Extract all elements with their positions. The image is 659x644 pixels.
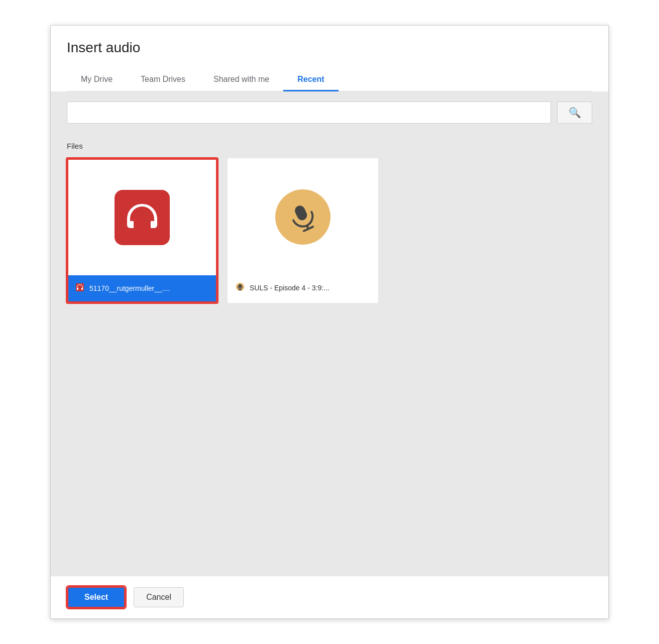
select-button[interactable]: Select — [67, 586, 126, 608]
tabs-bar: My Drive Team Drives Shared with me Rece… — [67, 68, 592, 91]
file-info-1: 51170__rutgermuller__.... — [68, 275, 216, 301]
cancel-button[interactable]: Cancel — [134, 587, 184, 607]
search-button[interactable]: 🔍 — [557, 101, 592, 124]
files-label: Files — [67, 142, 592, 150]
file-name-1: 51170__rutgermuller__.... — [89, 284, 170, 292]
dialog-body: 🔍 Files — [51, 91, 608, 576]
svg-rect-1 — [293, 204, 309, 222]
file-type-icon-1 — [75, 283, 84, 294]
dialog-footer: Select Cancel — [51, 576, 608, 618]
headphone-svg — [125, 200, 160, 235]
files-grid: 51170__rutgermuller__.... — [67, 158, 592, 303]
search-bar: 🔍 — [51, 91, 608, 134]
mic-circle-icon — [275, 189, 331, 245]
tab-my-drive[interactable]: My Drive — [67, 68, 127, 91]
search-input[interactable] — [67, 101, 551, 124]
audio-red-icon — [115, 190, 170, 245]
file-thumbnail-2 — [229, 159, 377, 275]
dialog-title: Insert audio — [67, 40, 592, 56]
file-thumbnail-1 — [68, 160, 216, 275]
dialog-header: Insert audio My Drive Team Drives Shared… — [51, 26, 608, 91]
tab-recent[interactable]: Recent — [283, 68, 338, 91]
file-type-icon-2 — [236, 282, 245, 294]
tab-team-drives[interactable]: Team Drives — [127, 68, 199, 91]
tab-shared-with-me[interactable]: Shared with me — [199, 68, 283, 91]
mic-svg — [281, 195, 324, 238]
file-card-1[interactable]: 51170__rutgermuller__.... — [67, 158, 217, 303]
file-info-2: SULS - Episode 4 - 3:9:... — [229, 275, 377, 301]
file-name-2: SULS - Episode 4 - 3:9:... — [250, 284, 330, 292]
insert-audio-dialog: Insert audio My Drive Team Drives Shared… — [50, 25, 609, 619]
file-card-2[interactable]: SULS - Episode 4 - 3:9:... — [228, 158, 378, 303]
search-icon: 🔍 — [569, 106, 581, 119]
files-section: Files — [51, 134, 608, 576]
